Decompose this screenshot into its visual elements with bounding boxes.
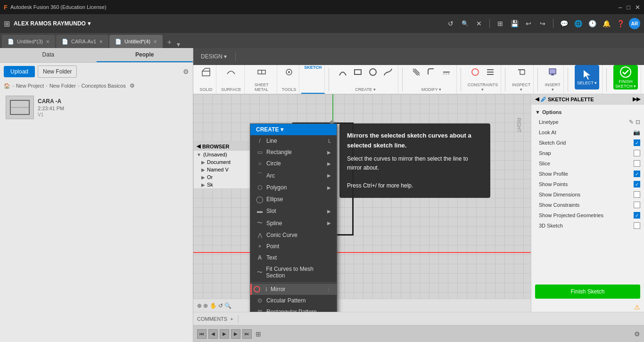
close-icon[interactable]: ✕ bbox=[473, 18, 485, 29]
app-grid-icon[interactable]: ⊞ bbox=[4, 19, 10, 28]
refresh-icon[interactable]: ↺ bbox=[445, 18, 456, 29]
dropdown-item-circle[interactable]: ○ Circle ▶ bbox=[250, 158, 337, 169]
grid-icon[interactable]: ⊞ bbox=[495, 18, 506, 29]
browser-item[interactable]: ▶ Document bbox=[194, 158, 252, 166]
close-button[interactable]: ✕ bbox=[635, 4, 640, 11]
look-at-camera-icon[interactable]: 📷 bbox=[633, 129, 640, 136]
new-tab-button[interactable]: + bbox=[164, 37, 175, 48]
options-section-header[interactable]: ▼ Options bbox=[531, 107, 644, 117]
save-icon[interactable]: 💾 bbox=[509, 18, 520, 29]
finish-sketch-button[interactable]: Finish Sketch bbox=[535, 285, 640, 299]
select-button[interactable]: SELECT ▾ bbox=[575, 65, 599, 90]
show-projected-checkbox[interactable] bbox=[634, 212, 640, 219]
snap-checkbox[interactable] bbox=[634, 150, 640, 156]
circle-tool-btn[interactable] bbox=[366, 65, 380, 79]
finish-sketch-top-button[interactable]: FINISH SKETCH ▾ bbox=[613, 65, 638, 90]
palette-row-show-profile[interactable]: Show Profile bbox=[531, 169, 644, 179]
dropdown-item-text[interactable]: A Text bbox=[250, 252, 337, 263]
minimize-button[interactable]: – bbox=[619, 4, 622, 11]
undo-icon[interactable]: ↩ bbox=[523, 18, 534, 29]
help-icon[interactable]: ❓ bbox=[615, 18, 626, 29]
trim-btn[interactable] bbox=[409, 65, 423, 79]
tab-cara-av1[interactable]: 📄 CARA-Av1 ✕ bbox=[56, 35, 108, 48]
breadcrumb-settings-icon[interactable]: ⚙ bbox=[130, 82, 135, 89]
add-comment-icon[interactable]: + bbox=[230, 316, 233, 322]
palette-row-show-points[interactable]: Show Points bbox=[531, 179, 644, 189]
palette-row-show-projected[interactable]: Show Projected Geometries bbox=[531, 210, 644, 220]
dropdown-item-point[interactable]: + Point bbox=[250, 241, 337, 252]
new-folder-button[interactable]: New Folder bbox=[38, 65, 77, 78]
timeline-settings-icon[interactable]: ⚙ bbox=[634, 330, 640, 338]
dropdown-item-line[interactable]: / Line L bbox=[250, 135, 337, 147]
palette-row-snap[interactable]: Snap bbox=[531, 148, 644, 158]
tab-untitled4[interactable]: 📄 Untitled*(4) ✕ bbox=[109, 35, 163, 48]
palette-row-3d-sketch[interactable]: 3D Sketch bbox=[531, 220, 644, 231]
linetype-edit-icon[interactable]: ✎ bbox=[629, 119, 634, 125]
dropdown-item-spline[interactable]: 〜 Spline ▶ bbox=[250, 217, 337, 229]
browser-item[interactable]: ▶ Or bbox=[194, 173, 252, 181]
palette-expand-icon[interactable]: ▶▶ bbox=[633, 96, 640, 102]
tab-close-icon[interactable]: ✕ bbox=[46, 39, 50, 44]
bell-icon[interactable]: 🔔 bbox=[601, 18, 612, 29]
dropdown-item-mirror[interactable]: ⫶ Mirror ⋮ bbox=[250, 284, 337, 295]
3d-sketch-checkbox[interactable] bbox=[634, 222, 640, 229]
dropdown-item-conic-curve[interactable]: ⋀ Conic Curve bbox=[250, 229, 337, 241]
timeline-start-btn[interactable]: ⏮ bbox=[197, 329, 206, 339]
timeline-prev-btn[interactable]: ◀ bbox=[208, 329, 218, 339]
rect-tool-btn[interactable] bbox=[351, 65, 365, 79]
clock-icon[interactable]: 🕐 bbox=[586, 18, 598, 29]
dropdown-item-rectangle[interactable]: ▭ Rectangle ▶ bbox=[250, 147, 337, 158]
dropdown-item-fit-curves[interactable]: 〜 Fit Curves to Mesh Section bbox=[250, 263, 337, 281]
spline-tool-btn[interactable] bbox=[381, 65, 395, 79]
list-item[interactable]: CARA -A 2:23:41 PM V1 bbox=[2, 93, 191, 122]
show-points-checkbox[interactable] bbox=[634, 181, 640, 187]
create-dropdown-header[interactable]: CREATE ▾ bbox=[250, 124, 337, 135]
dropdown-item-slot[interactable]: ▬ Slot ▶ bbox=[250, 205, 337, 217]
design-mode-button[interactable]: DESIGN ▾ bbox=[197, 50, 231, 63]
browser-item[interactable]: ▶ Named V bbox=[194, 166, 252, 173]
insert-btn[interactable] bbox=[545, 65, 560, 79]
show-constraints-checkbox[interactable] bbox=[634, 202, 640, 208]
dropdown-item-polygon[interactable]: ⬡ Polygon ▶ bbox=[250, 182, 337, 193]
settings-icon[interactable]: ⚙ bbox=[183, 68, 189, 75]
timeline-next-btn[interactable]: ▶ bbox=[231, 329, 240, 339]
palette-row-show-constraints[interactable]: Show Constraints bbox=[531, 200, 644, 210]
tab-overflow-icon[interactable]: ▾ bbox=[177, 41, 180, 48]
browser-item[interactable]: ▼ (Unsaved) bbox=[194, 151, 252, 158]
tab-untitled3[interactable]: 📄 Untitled*(3) ✕ bbox=[2, 35, 55, 48]
dropdown-item-circular-pattern[interactable]: ⊙ Circular Pattern bbox=[250, 295, 337, 306]
constraint-btn2[interactable] bbox=[483, 65, 497, 79]
comment-icon[interactable]: 💬 bbox=[558, 18, 570, 29]
timeline-end-btn[interactable]: ⏭ bbox=[242, 329, 252, 339]
slice-checkbox[interactable] bbox=[634, 160, 640, 167]
inspect-btn[interactable] bbox=[514, 65, 528, 79]
sketch-grid-checkbox[interactable] bbox=[634, 139, 640, 146]
maximize-button[interactable]: □ bbox=[627, 4, 630, 11]
fillet-btn[interactable] bbox=[424, 65, 438, 79]
user-menu[interactable]: ALEX RAMOS RAYMUNDO ▾ bbox=[14, 20, 91, 27]
browser-item[interactable]: ▶ Sk bbox=[194, 181, 252, 188]
show-dimensions-checkbox[interactable] bbox=[634, 191, 640, 198]
breadcrumb-home-icon[interactable]: 🏠 bbox=[4, 83, 10, 89]
create-dropdown-label[interactable]: CREATE ▾ bbox=[355, 87, 375, 92]
sketch-palette-collapse-icon[interactable]: ◀ bbox=[535, 96, 539, 102]
redo-icon[interactable]: ↪ bbox=[537, 18, 548, 29]
dropdown-item-rectangular-pattern[interactable]: ⊞ Rectangular Pattern bbox=[250, 306, 337, 312]
left-tab-data[interactable]: Data bbox=[0, 48, 97, 62]
left-tab-people[interactable]: People bbox=[97, 48, 193, 62]
browser-collapse-icon[interactable]: ◀ bbox=[197, 143, 200, 149]
arc-tool-btn[interactable] bbox=[336, 65, 350, 79]
dropdown-item-arc[interactable]: ⌒ Arc ▶ bbox=[250, 169, 337, 182]
timeline-icon[interactable]: ⊞ bbox=[256, 330, 261, 338]
tab-close-icon[interactable]: ✕ bbox=[153, 39, 157, 44]
palette-row-show-dimensions[interactable]: Show Dimensions bbox=[531, 189, 644, 200]
avatar[interactable]: AR bbox=[629, 18, 640, 29]
canvas-area[interactable]: RIGHT ◀ BROWSER ▼ (Unsaved) ▶ Document bbox=[193, 94, 531, 312]
dropdown-item-ellipse[interactable]: ◯ Ellipse bbox=[250, 193, 337, 205]
breadcrumb-folder[interactable]: New Folder bbox=[50, 83, 76, 89]
palette-row-sketch-grid[interactable]: Sketch Grid bbox=[531, 138, 644, 148]
sheet-metal-btn[interactable] bbox=[255, 65, 269, 79]
tab-close-icon[interactable]: ✕ bbox=[99, 39, 103, 44]
tools-btn[interactable] bbox=[282, 65, 296, 79]
offset-btn[interactable] bbox=[439, 65, 454, 79]
